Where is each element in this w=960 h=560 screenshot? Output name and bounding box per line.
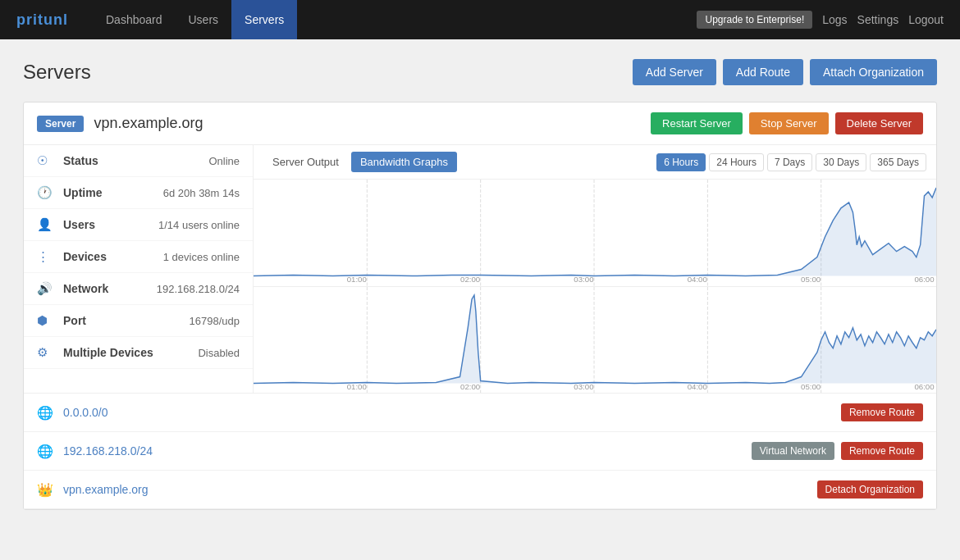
nav-users[interactable]: Users [176,0,232,39]
time-24h[interactable]: 24 Hours [709,153,764,171]
org-name: vpn.example.org [63,483,817,496]
stat-multiple-devices: ⚙ Multiple Devices Disabled [24,337,253,369]
add-route-button[interactable]: Add Route [723,59,803,85]
server-actions: Restart Server Stop Server Delete Server [651,112,923,134]
route-addr-default: 0.0.0.0/0 [63,406,841,419]
stat-label-multiple-devices: Multiple Devices [63,346,198,359]
tab-server-output[interactable]: Server Output [263,152,348,172]
add-server-button[interactable]: Add Server [633,59,716,85]
logout-link[interactable]: Logout [908,13,944,26]
lower-chart-svg: 01:00 02:00 03:00 04:00 05:00 06:00 [254,287,936,394]
time-6h[interactable]: 6 Hours [656,153,706,171]
stat-label-users: Users [63,218,158,231]
server-name: vpn.example.org [94,115,651,132]
server-card: Server vpn.example.org Restart Server St… [23,102,937,510]
remove-route-button-default[interactable]: Remove Route [841,403,923,421]
nav-dashboard[interactable]: Dashboard [93,0,176,39]
server-header: Server vpn.example.org Restart Server St… [24,102,936,145]
chart-area: Server Output Bandwidth Graphs 6 Hours 2… [254,145,936,393]
stat-label-devices: Devices [63,250,163,263]
detach-org-button[interactable]: Detach Organization [817,480,923,499]
routes-section: 🌐 0.0.0.0/0 Remove Route 🌐 192.168.218.0… [24,393,936,509]
route-row-local: 🌐 192.168.218.0/24 Virtual Network Remov… [24,432,936,471]
stat-value-multiple-devices: Disabled [198,347,240,359]
globe-icon-2: 🌐 [37,444,53,459]
brand: pritunl [16,11,68,29]
page: Servers Add Server Add Route Attach Orga… [0,39,960,546]
tab-bandwidth-graphs[interactable]: Bandwidth Graphs [351,152,457,172]
stat-label-status: Status [63,154,208,167]
enterprise-button[interactable]: Upgrade to Enterprise! [697,11,812,29]
stat-devices: ⋮ Devices 1 devices online [24,241,253,273]
header-buttons: Add Server Add Route Attach Organization [633,59,937,85]
route-actions-default: Remove Route [841,403,923,421]
stat-users: 👤 Users 1/14 users online [24,209,253,241]
stat-network: 🔊 Network 192.168.218.0/24 [24,273,253,305]
stat-uptime: 🕐 Uptime 6d 20h 38m 14s [24,177,253,209]
navbar: pritunl Dashboard Users Servers Upgrade … [0,0,960,39]
restart-server-button[interactable]: Restart Server [651,112,743,134]
stat-value-devices: 1 devices online [163,251,240,263]
chart-container: 01:00 02:00 03:00 04:00 05:00 06:00 [254,180,936,393]
devices-icon: ⋮ [37,249,55,264]
time-30d[interactable]: 30 Days [816,153,866,171]
port-icon: ⬢ [37,313,55,328]
settings-link[interactable]: Settings [857,13,899,26]
clock-icon: 🕐 [37,185,55,200]
upper-chart-svg: 01:00 02:00 03:00 04:00 05:00 06:00 [254,180,936,286]
delete-server-button[interactable]: Delete Server [835,112,923,134]
stat-status: ☉ Status Online [24,145,253,177]
stat-port: ⬢ Port 16798/udp [24,305,253,337]
stat-label-network: Network [63,282,157,295]
org-icon: 👑 [37,482,53,498]
time-7d[interactable]: 7 Days [767,153,812,171]
time-buttons: 6 Hours 24 Hours 7 Days 30 Days 365 Days [656,153,926,171]
server-body: ☉ Status Online 🕐 Uptime 6d 20h 38m 14s … [24,145,936,393]
nav-right: Upgrade to Enterprise! Logs Settings Log… [697,11,944,29]
server-stats: ☉ Status Online 🕐 Uptime 6d 20h 38m 14s … [24,145,254,393]
users-icon: 👤 [37,217,55,232]
attach-org-button[interactable]: Attach Organization [810,59,937,85]
gear-icon: ⚙ [37,345,55,360]
route-row-default: 🌐 0.0.0.0/0 Remove Route [24,394,936,432]
lower-chart: 01:00 02:00 03:00 04:00 05:00 06:00 [254,287,936,394]
nav-servers[interactable]: Servers [231,0,297,39]
org-row: 👑 vpn.example.org Detach Organization [24,471,936,509]
time-365d[interactable]: 365 Days [870,153,926,171]
server-badge: Server [37,116,84,132]
globe-icon-1: 🌐 [37,405,53,421]
brand-text: pritunl [16,11,68,28]
route-addr-local: 192.168.218.0/24 [63,444,752,458]
stat-value-status: Online [208,155,240,167]
page-header: Servers Add Server Add Route Attach Orga… [23,59,937,85]
stat-value-port: 16798/udp [190,315,240,327]
virtual-network-button[interactable]: Virtual Network [752,442,834,460]
svg-marker-11 [254,188,936,276]
stat-value-uptime: 6d 20h 38m 14s [163,187,240,199]
stat-label-port: Port [63,314,190,327]
stop-server-button[interactable]: Stop Server [749,112,829,134]
logs-link[interactable]: Logs [822,13,847,26]
chart-tabs: Server Output Bandwidth Graphs 6 Hours 2… [254,145,936,180]
upper-chart: 01:00 02:00 03:00 04:00 05:00 06:00 [254,180,936,287]
nav-links: Dashboard Users Servers [93,0,297,39]
status-icon: ☉ [37,153,55,168]
route-actions-local: Virtual Network Remove Route [752,442,923,460]
stat-label-uptime: Uptime [63,186,163,199]
svg-marker-23 [254,294,936,383]
remove-route-button-local[interactable]: Remove Route [841,442,923,460]
network-icon: 🔊 [37,281,55,296]
stat-value-network: 192.168.218.0/24 [157,283,240,295]
page-title: Servers [23,61,633,84]
stat-value-users: 1/14 users online [158,219,240,231]
